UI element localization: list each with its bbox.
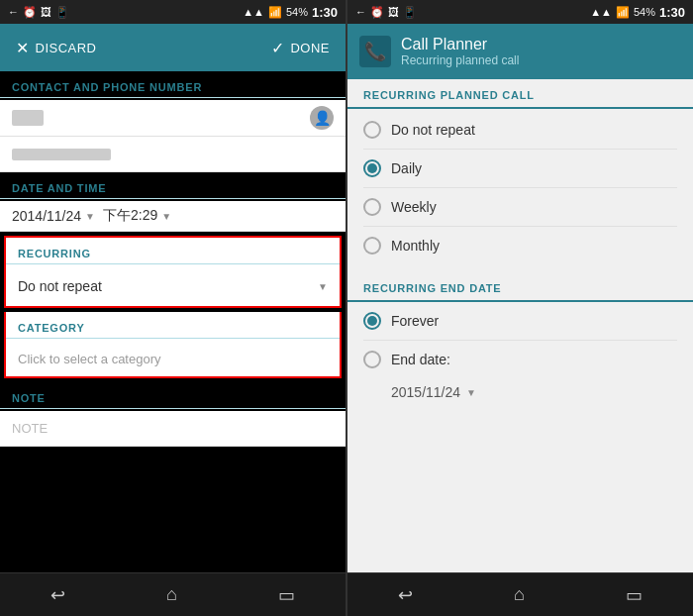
contact-section-label: CONTACT AND PHONE NUMBER xyxy=(0,71,346,98)
left-panel: ← ⏰ 🖼 📱 ▲▲ 📶 54% 1:30 ✕ DISCARD ✓ DONE C… xyxy=(0,0,346,616)
end-date-dropdown-icon: ▼ xyxy=(466,387,476,398)
end-date-label: End date: xyxy=(391,352,450,367)
date-dropdown-icon: ▼ xyxy=(85,211,95,222)
left-toolbar: ✕ DISCARD ✓ DONE xyxy=(0,24,346,71)
left-bottom-nav: ↩ ⌂ ▭ xyxy=(0,572,346,616)
radio-do-not-repeat[interactable] xyxy=(363,121,381,139)
recents-nav-icon[interactable]: ▭ xyxy=(278,584,295,606)
category-section-label: CATEGORY xyxy=(6,312,340,339)
back-nav-icon[interactable]: ↩ xyxy=(50,584,65,606)
recurring-section: RECURRING Do not repeat ▼ xyxy=(4,236,342,308)
monthly-label: Monthly xyxy=(391,238,440,254)
datetime-row[interactable]: 2014/11/24 ▼ 下午2:29 ▼ xyxy=(0,201,346,232)
battery-label: 54% xyxy=(286,6,308,18)
recurring-value-row[interactable]: Do not repeat ▼ xyxy=(6,266,340,306)
done-button[interactable]: ✓ DONE xyxy=(271,39,330,57)
checkmark-icon: ✓ xyxy=(271,39,285,57)
time-dropdown-icon: ▼ xyxy=(161,211,171,222)
forever-label: Forever xyxy=(391,313,439,329)
done-label: DONE xyxy=(290,41,330,55)
right-image-icon: 🖼 xyxy=(388,6,399,18)
recurring-end-label: RECURRING END DATE xyxy=(347,272,693,302)
right-signal-icon: 📶 xyxy=(616,6,630,19)
right-wifi-icon: ▲▲ xyxy=(590,6,612,18)
daily-label: Daily xyxy=(391,160,422,176)
app-icon: 📞 xyxy=(359,36,391,67)
time-box[interactable]: 下午2:29 ▼ xyxy=(103,207,171,225)
phone-icon: 📱 xyxy=(55,6,69,19)
app-subtitle: Recurring planned call xyxy=(401,53,519,67)
date-value: 2014/11/24 xyxy=(12,208,81,224)
right-alarm-icon: ⏰ xyxy=(370,6,384,19)
discard-label: DISCARD xyxy=(36,41,97,55)
option-monthly[interactable]: Monthly xyxy=(347,227,693,264)
right-back-nav-icon[interactable]: ↩ xyxy=(398,584,413,606)
option-weekly[interactable]: Weekly xyxy=(347,188,693,226)
left-status-bar: ← ⏰ 🖼 📱 ▲▲ 📶 54% 1:30 xyxy=(0,0,346,24)
do-not-repeat-label: Do not repeat xyxy=(391,122,475,138)
right-status-bar: ← ⏰ 🖼 📱 ▲▲ 📶 54% 1:30 xyxy=(347,0,693,24)
radio-weekly[interactable] xyxy=(363,198,381,216)
right-status-right: ▲▲ 📶 54% 1:30 xyxy=(590,5,685,20)
end-date-value: 2015/11/24 xyxy=(391,384,460,400)
right-time: 1:30 xyxy=(659,5,685,20)
image-icon: 🖼 xyxy=(41,6,51,18)
datetime-section-label: DATE AND TIME xyxy=(0,172,346,199)
right-panel: ← ⏰ 🖼 📱 ▲▲ 📶 54% 1:30 📞 Call Planner Rec… xyxy=(347,0,693,616)
note-field[interactable]: NOTE xyxy=(0,411,346,447)
recurring-section-label: RECURRING xyxy=(6,238,340,264)
contact-avatar: 👤 xyxy=(310,106,334,130)
option-forever[interactable]: Forever xyxy=(347,302,693,340)
category-section: CATEGORY Click to select a category xyxy=(4,312,342,378)
discard-button[interactable]: ✕ DISCARD xyxy=(16,39,97,57)
option-daily[interactable]: Daily xyxy=(347,150,693,187)
right-content: RECURRING PLANNED CALL Do not repeat Dai… xyxy=(347,79,693,572)
weekly-label: Weekly xyxy=(391,199,437,215)
left-status-right: ▲▲ 📶 54% 1:30 xyxy=(243,5,338,20)
back-icon: ← xyxy=(8,6,19,18)
contact-phone-row[interactable] xyxy=(0,137,346,172)
home-nav-icon[interactable]: ⌂ xyxy=(166,584,177,605)
signal-icon: 📶 xyxy=(268,6,282,19)
right-home-nav-icon[interactable]: ⌂ xyxy=(514,584,525,605)
left-content: CONTACT AND PHONE NUMBER 👤 DATE AND TIME… xyxy=(0,71,346,572)
note-placeholder: NOTE xyxy=(12,421,48,436)
alarm-icon: ⏰ xyxy=(23,6,37,19)
date-box[interactable]: 2014/11/24 ▼ xyxy=(12,208,95,224)
time-value: 下午2:29 xyxy=(103,207,157,225)
contact-name-blurred xyxy=(12,110,44,126)
category-placeholder[interactable]: Click to select a category xyxy=(6,341,340,376)
left-time: 1:30 xyxy=(312,5,338,20)
right-bottom-nav: ↩ ⌂ ▭ xyxy=(347,572,693,616)
radio-forever[interactable] xyxy=(363,312,381,330)
right-phone-icon: 📱 xyxy=(403,6,417,19)
note-section-label: NOTE xyxy=(0,382,346,409)
recurring-planned-label: RECURRING PLANNED CALL xyxy=(347,79,693,109)
option-do-not-repeat[interactable]: Do not repeat xyxy=(347,111,693,149)
right-status-icons: ← ⏰ 🖼 📱 xyxy=(355,6,417,19)
wifi-icon: ▲▲ xyxy=(243,6,264,18)
left-status-icons: ← ⏰ 🖼 📱 xyxy=(8,6,69,19)
recurring-dropdown-icon: ▼ xyxy=(318,281,328,292)
right-recents-nav-icon[interactable]: ▭ xyxy=(626,584,643,606)
end-date-row[interactable]: 2015/11/24 ▼ xyxy=(391,378,693,408)
contact-name-row[interactable]: 👤 xyxy=(0,100,346,137)
radio-end-date[interactable] xyxy=(363,351,381,368)
call-planner-icon: 📞 xyxy=(364,41,386,62)
radio-daily[interactable] xyxy=(363,159,381,177)
right-back-icon: ← xyxy=(355,6,366,18)
app-title: Call Planner xyxy=(401,36,519,53)
right-header: 📞 Call Planner Recurring planned call xyxy=(347,24,693,79)
recurring-value: Do not repeat xyxy=(18,278,102,294)
note-section: NOTE NOTE xyxy=(0,382,346,447)
radio-monthly[interactable] xyxy=(363,237,381,255)
option-end-date[interactable]: End date: xyxy=(347,341,693,378)
close-icon: ✕ xyxy=(16,39,30,57)
right-header-text: Call Planner Recurring planned call xyxy=(401,36,519,67)
right-battery-label: 54% xyxy=(634,6,655,18)
contact-phone-blurred xyxy=(12,149,111,160)
